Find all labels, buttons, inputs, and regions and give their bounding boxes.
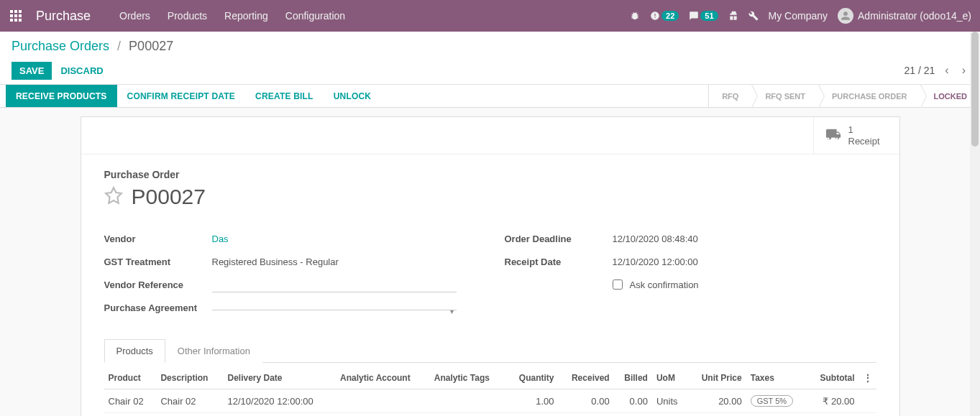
svg-rect-3 xyxy=(10,14,13,17)
breadcrumb-parent[interactable]: Purchase Orders xyxy=(12,39,109,53)
pager: 21 / 21 ‹ › xyxy=(905,61,968,80)
step-purchase-order[interactable]: Purchase Order xyxy=(818,85,920,107)
user-menu[interactable]: Administrator (odoo14_e) xyxy=(838,8,971,24)
order-deadline-value[interactable]: 12/10/2020 08:48:40 xyxy=(613,234,876,244)
pager-next[interactable]: › xyxy=(959,61,968,80)
svg-rect-5 xyxy=(19,14,22,17)
receipt-date-label: Receipt Date xyxy=(505,256,613,267)
receipt-stat-button[interactable]: 1 Receipt xyxy=(813,117,899,154)
receipt-date-value[interactable]: 12/10/2020 12:00:00 xyxy=(613,256,876,267)
cell-analytic-account[interactable] xyxy=(336,389,430,413)
menu-orders[interactable]: Orders xyxy=(119,10,150,22)
cell-product[interactable]: Chair 02 xyxy=(104,389,157,413)
th-delivery[interactable]: Delivery Date xyxy=(223,367,336,389)
apps-icon[interactable] xyxy=(9,9,23,23)
vendor-label: Vendor xyxy=(104,234,212,244)
cell-uom[interactable]: Units xyxy=(652,389,688,413)
th-analytic-account[interactable]: Analytic Account xyxy=(336,367,430,389)
vendor-link[interactable]: Das xyxy=(212,234,229,244)
form-subtitle: Purchase Order xyxy=(104,169,876,180)
th-quantity[interactable]: Quantity xyxy=(506,367,558,389)
topbar-right: 22 51 My Company Administrator (odoo14_e… xyxy=(630,8,971,24)
th-subtotal[interactable]: Subtotal xyxy=(807,367,859,389)
button-box: 1 Receipt xyxy=(81,117,899,154)
priority-star[interactable] xyxy=(104,186,123,208)
pager-prev[interactable]: ‹ xyxy=(942,61,951,80)
messages-button[interactable]: 51 xyxy=(689,11,718,21)
form-sheet: 1 Receipt Purchase Order P00027 Vendor xyxy=(81,116,900,416)
unlock-button[interactable]: Unlock xyxy=(324,85,382,107)
activities-count: 22 xyxy=(661,11,679,21)
breadcrumb-current: P00027 xyxy=(129,39,173,53)
ask-confirmation-label: Ask confirmation xyxy=(630,279,699,290)
svg-rect-7 xyxy=(14,19,17,22)
activities-button[interactable]: 22 xyxy=(650,11,679,21)
svg-rect-4 xyxy=(14,14,17,17)
control-panel: Purchase Orders / P00027 Save Discard 21… xyxy=(0,32,980,85)
discard-button[interactable]: Discard xyxy=(60,65,103,76)
messages-count: 51 xyxy=(700,11,718,21)
step-rfq-sent[interactable]: RFQ Sent xyxy=(751,85,818,107)
order-deadline-label: Order Deadline xyxy=(505,234,613,244)
step-rfq[interactable]: RFQ xyxy=(708,85,751,107)
breadcrumb-sep: / xyxy=(117,39,121,53)
cell-received[interactable]: 0.00 xyxy=(558,389,613,413)
cell-analytic-tags[interactable] xyxy=(430,389,506,413)
tab-other-information[interactable]: Other Information xyxy=(165,339,262,363)
app-title[interactable]: Purchase xyxy=(36,9,91,24)
ask-confirmation-checkbox[interactable] xyxy=(613,279,623,290)
status-steps: RFQ RFQ Sent Purchase Order Locked xyxy=(708,85,980,107)
menu-configuration[interactable]: Configuration xyxy=(285,10,345,22)
cell-taxes[interactable]: GST 5% xyxy=(746,389,807,413)
main-menu: Orders Products Reporting Configuration xyxy=(119,10,630,22)
th-taxes[interactable]: Taxes xyxy=(746,367,807,389)
create-bill-button[interactable]: Create Bill xyxy=(245,85,324,107)
th-more[interactable]: ⋮ xyxy=(859,367,876,389)
th-unit-price[interactable]: Unit Price xyxy=(688,367,746,389)
menu-reporting[interactable]: Reporting xyxy=(224,10,268,22)
tools-icon[interactable] xyxy=(748,11,759,21)
user-name: Administrator (odoo14_e) xyxy=(858,10,971,22)
cell-billed[interactable]: 0.00 xyxy=(614,389,652,413)
menu-products[interactable]: Products xyxy=(168,10,207,22)
confirm-receipt-date-button[interactable]: Confirm Receipt Date xyxy=(117,85,245,107)
scrollbar-thumb[interactable] xyxy=(971,32,979,147)
th-analytic-tags[interactable]: Analytic Tags xyxy=(430,367,506,389)
tax-chip: GST 5% xyxy=(751,395,793,407)
tab-products[interactable]: Products xyxy=(104,339,165,363)
cell-subtotal[interactable]: ₹ 20.00 xyxy=(807,389,859,413)
cell-unit-price[interactable]: 20.00 xyxy=(688,389,746,413)
th-product[interactable]: Product xyxy=(104,367,157,389)
svg-rect-2 xyxy=(19,10,22,13)
cell-quantity[interactable]: 1.00 xyxy=(506,389,558,413)
gst-treatment-value[interactable]: Registered Business - Regular xyxy=(212,256,476,267)
company-selector[interactable]: My Company xyxy=(769,10,828,22)
debug-icon[interactable] xyxy=(630,11,640,21)
svg-rect-1 xyxy=(14,10,17,13)
left-fields: Vendor Das GST Treatment Registered Busi… xyxy=(104,229,476,321)
scrollbar[interactable] xyxy=(970,32,980,416)
svg-rect-8 xyxy=(19,19,22,22)
save-button[interactable]: Save xyxy=(12,62,52,80)
th-uom[interactable]: UoM xyxy=(652,367,688,389)
truck-icon xyxy=(825,126,841,145)
cell-more[interactable] xyxy=(859,389,876,413)
cell-delivery[interactable]: 12/10/2020 12:00:00 xyxy=(223,389,336,413)
purchase-agreement-select[interactable] xyxy=(212,305,457,310)
svg-rect-0 xyxy=(10,10,13,13)
th-billed[interactable]: Billed xyxy=(614,367,652,389)
vendor-reference-input[interactable] xyxy=(212,277,457,292)
receipt-count: 1 xyxy=(848,124,880,136)
pager-value[interactable]: 21 / 21 xyxy=(905,65,935,76)
gift-icon[interactable] xyxy=(728,11,738,21)
table-row[interactable]: Chair 02 Chair 02 12/10/2020 12:00:00 1.… xyxy=(104,389,876,413)
cell-description[interactable]: Chair 02 xyxy=(156,389,223,413)
th-received[interactable]: Received xyxy=(558,367,613,389)
th-description[interactable]: Description xyxy=(156,367,223,389)
vendor-reference-label: Vendor Reference xyxy=(104,279,212,290)
receive-products-button[interactable]: Receive Products xyxy=(6,85,117,107)
avatar xyxy=(838,8,853,24)
gst-treatment-label: GST Treatment xyxy=(104,256,212,267)
top-navbar: Purchase Orders Products Reporting Confi… xyxy=(0,0,980,32)
right-fields: Order Deadline 12/10/2020 08:48:40 Recei… xyxy=(505,229,876,321)
